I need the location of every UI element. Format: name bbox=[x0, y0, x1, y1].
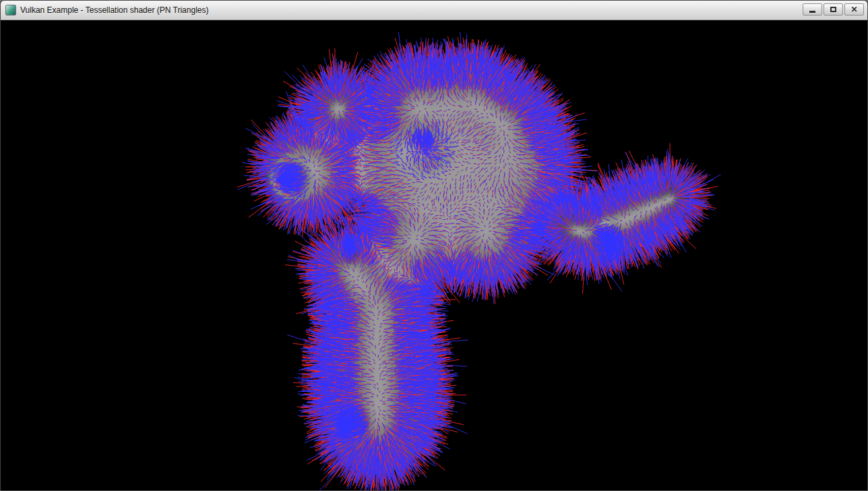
vulkan-example-window: Vulkan Example - Tessellation shader (PN… bbox=[0, 0, 868, 491]
window-controls: ✕ bbox=[803, 3, 864, 16]
maximize-button[interactable] bbox=[824, 3, 843, 16]
titlebar[interactable]: Vulkan Example - Tessellation shader (PN… bbox=[1, 1, 867, 20]
minimize-icon bbox=[809, 11, 815, 13]
window-title: Vulkan Example - Tessellation shader (PN… bbox=[20, 5, 208, 15]
close-button[interactable]: ✕ bbox=[844, 3, 864, 16]
close-icon: ✕ bbox=[850, 5, 857, 13]
app-icon bbox=[5, 5, 16, 16]
client-area bbox=[1, 20, 867, 490]
minimize-button[interactable] bbox=[803, 3, 822, 16]
vulkan-viewport[interactable] bbox=[1, 20, 867, 490]
maximize-icon bbox=[830, 7, 836, 12]
